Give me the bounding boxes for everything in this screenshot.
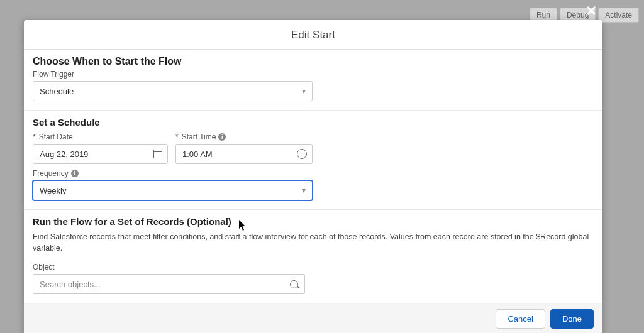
info-icon[interactable]: i xyxy=(218,133,226,141)
records-section: Run the Flow for a Set of Records (Optio… xyxy=(24,210,602,303)
start-date-input[interactable]: Aug 22, 2019 xyxy=(33,144,168,164)
flow-trigger-label: Flow Trigger xyxy=(33,70,594,79)
flow-trigger-select[interactable]: Schedule xyxy=(33,81,313,101)
start-time-input[interactable]: 1:00 AM xyxy=(175,144,313,164)
schedule-section: Set a Schedule Start Date Aug 22, 2019 S… xyxy=(24,111,602,210)
section-title-schedule: Set a Schedule xyxy=(33,117,594,128)
section-title-choose: Choose When to Start the Flow xyxy=(33,56,594,67)
object-label: Object xyxy=(33,263,594,271)
start-date-value: Aug 22, 2019 xyxy=(40,150,88,159)
frequency-value: Weekly xyxy=(40,186,66,195)
modal-footer: Cancel Done xyxy=(24,303,602,333)
object-search-input[interactable]: Search objects... xyxy=(33,274,305,294)
records-description: Find Salesforce records that meet filter… xyxy=(33,232,594,254)
object-placeholder: Search objects... xyxy=(40,280,101,289)
activate-button[interactable]: Activate xyxy=(598,8,639,23)
frequency-label: Frequency i xyxy=(33,169,594,178)
done-button[interactable]: Done xyxy=(550,309,594,329)
cancel-button[interactable]: Cancel xyxy=(496,309,545,329)
start-time-value: 1:00 AM xyxy=(182,150,213,159)
flow-trigger-value: Schedule xyxy=(40,87,74,96)
start-time-label: Start Time i xyxy=(175,133,313,141)
info-icon[interactable]: i xyxy=(71,170,79,177)
close-icon[interactable]: ✕ xyxy=(584,4,599,19)
frequency-select[interactable]: Weekly xyxy=(33,180,313,200)
modal-title: Edit Start xyxy=(24,20,602,50)
edit-start-modal: Edit Start Choose When to Start the Flow… xyxy=(24,20,602,333)
start-date-label: Start Date xyxy=(33,133,168,141)
choose-when-section: Choose When to Start the Flow Flow Trigg… xyxy=(24,50,602,111)
section-title-records: Run the Flow for a Set of Records (Optio… xyxy=(33,216,594,227)
